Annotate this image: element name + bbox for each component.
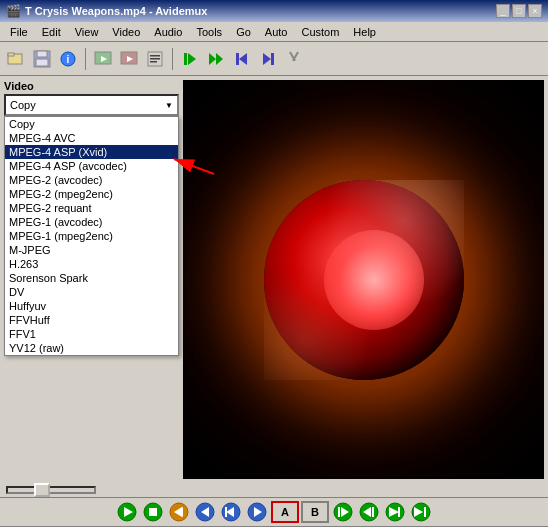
next-marker-start-button[interactable] [357, 500, 381, 524]
codec-option-mpeg1-mpeg2enc[interactable]: MPEG-1 (mpeg2enc) [5, 229, 178, 243]
svg-rect-20 [236, 53, 239, 65]
menu-bar: File Edit View Video Audio Tools Go Auto… [0, 22, 548, 42]
source-button[interactable] [91, 47, 115, 71]
video-codec-dropdown[interactable]: Copy ▼ Copy MPEG-4 AVC MPEG-4 ASP (Xvid)… [4, 94, 179, 116]
svg-rect-30 [149, 508, 157, 516]
codec-option-mpeg4avc[interactable]: MPEG-4 AVC [5, 131, 178, 145]
svg-marker-19 [239, 53, 247, 65]
codec-option-dv[interactable]: DV [5, 285, 178, 299]
codec-option-mpeg2-mpeg2enc[interactable]: MPEG-2 (mpeg2enc) [5, 187, 178, 201]
svg-marker-21 [263, 53, 271, 65]
codec-option-h263[interactable]: H.263 [5, 257, 178, 271]
title-bar: 🎬 T Crysis Weapons.mp4 - Avidemux _ □ × [0, 0, 548, 22]
open-button[interactable] [4, 47, 28, 71]
codec-option-sorenson[interactable]: Sorenson Spark [5, 271, 178, 285]
codec-option-mpeg2-requant[interactable]: MPEG-2 requant [5, 201, 178, 215]
slider-thumb[interactable] [34, 483, 50, 497]
svg-marker-16 [188, 53, 196, 65]
playback-bar: A B [0, 497, 548, 526]
codec-option-mpeg2-avcodec[interactable]: MPEG-2 (avcodec) [5, 173, 178, 187]
svg-rect-4 [36, 59, 48, 66]
svg-rect-22 [271, 53, 274, 65]
toolbar-separator-2 [172, 48, 173, 70]
prev-marker-button[interactable] [331, 500, 355, 524]
svg-rect-49 [398, 507, 400, 517]
menu-custom[interactable]: Custom [295, 24, 345, 40]
svg-rect-12 [150, 55, 160, 57]
svg-rect-38 [225, 507, 227, 517]
next-button[interactable] [256, 47, 280, 71]
toolbar-separator-1 [85, 48, 86, 70]
svg-text:i: i [67, 54, 70, 65]
menu-audio[interactable]: Audio [148, 24, 188, 40]
output-button[interactable] [117, 47, 141, 71]
left-panel: Video Copy ▼ Copy MPEG-4 AVC MPEG-4 ASP … [4, 80, 179, 479]
svg-rect-1 [8, 53, 14, 56]
codec-option-mpeg4asp-xvid[interactable]: MPEG-4 ASP (Xvid) [5, 145, 178, 159]
save-button[interactable] [30, 47, 54, 71]
video-glow-stars [264, 180, 464, 380]
codec-option-copy[interactable]: Copy [5, 117, 178, 131]
menu-file[interactable]: File [4, 24, 34, 40]
codec-option-huffyuv[interactable]: Huffyuv [5, 299, 178, 313]
next-fast-button[interactable] [245, 500, 269, 524]
menu-help[interactable]: Help [347, 24, 382, 40]
codec-option-yv12[interactable]: YV12 (raw) [5, 341, 178, 355]
svg-rect-45 [372, 507, 374, 517]
menu-view[interactable]: View [69, 24, 105, 40]
codec-option-ffv1[interactable]: FFV1 [5, 327, 178, 341]
menu-edit[interactable]: Edit [36, 24, 67, 40]
svg-rect-13 [150, 58, 160, 60]
video-codec-value: Copy [10, 99, 36, 111]
svg-marker-17 [209, 53, 216, 65]
prev-key-button[interactable] [219, 500, 243, 524]
minimize-button[interactable]: _ [496, 4, 510, 18]
svg-rect-51 [424, 507, 426, 517]
play-button[interactable] [115, 500, 139, 524]
video-section-label: Video [4, 80, 179, 92]
svg-rect-15 [184, 53, 187, 65]
svg-rect-42 [338, 507, 340, 517]
svg-rect-14 [150, 61, 157, 63]
timeline-slider[interactable] [6, 486, 96, 494]
codec-option-mjpeg[interactable]: M-JPEG [5, 243, 178, 257]
video-frame [264, 180, 464, 380]
codec-option-mpeg4asp-avcodec[interactable]: MPEG-4 ASP (avcodec) [5, 159, 178, 173]
dropdown-arrow-icon: ▼ [165, 101, 173, 110]
menu-video[interactable]: Video [106, 24, 146, 40]
svg-rect-3 [37, 51, 47, 57]
menu-go[interactable]: Go [230, 24, 257, 40]
marker-b-button[interactable]: B [301, 501, 329, 523]
end-button[interactable] [409, 500, 433, 524]
info-button[interactable]: i [56, 47, 80, 71]
prev-frame-button[interactable] [193, 500, 217, 524]
video-preview [183, 80, 544, 479]
cut-button[interactable] [282, 47, 306, 71]
menu-tools[interactable]: Tools [190, 24, 228, 40]
codec-option-mpeg1-avcodec[interactable]: MPEG-1 (avcodec) [5, 215, 178, 229]
toolbar: i [0, 42, 548, 76]
window-title: T Crysis Weapons.mp4 - Avidemux [25, 5, 496, 17]
codec-option-ffvhuff[interactable]: FFVHuff [5, 313, 178, 327]
menu-auto[interactable]: Auto [259, 24, 294, 40]
next-marker-end-button[interactable] [383, 500, 407, 524]
play-start-button[interactable] [178, 47, 202, 71]
video-codec-select[interactable]: Copy ▼ [4, 94, 179, 116]
stop-button[interactable] [141, 500, 165, 524]
slider-section [0, 483, 548, 497]
close-button[interactable]: × [528, 4, 542, 18]
marker-a-button[interactable]: A [271, 501, 299, 523]
main-content: Video Copy ▼ Copy MPEG-4 AVC MPEG-4 ASP … [0, 76, 548, 483]
video-section: Video Copy ▼ Copy MPEG-4 AVC MPEG-4 ASP … [4, 80, 179, 116]
prev-button[interactable] [230, 47, 254, 71]
video-codec-list: Copy MPEG-4 AVC MPEG-4 ASP (Xvid) MPEG-4… [4, 116, 179, 356]
svg-marker-18 [216, 53, 223, 65]
window-controls[interactable]: _ □ × [496, 4, 542, 18]
properties-button[interactable] [143, 47, 167, 71]
maximize-button[interactable]: □ [512, 4, 526, 18]
play-seg-button[interactable] [204, 47, 228, 71]
rewind-button[interactable] [167, 500, 191, 524]
